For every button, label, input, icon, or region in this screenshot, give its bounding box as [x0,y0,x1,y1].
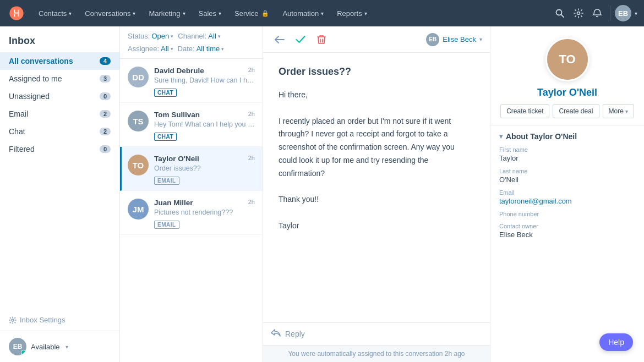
conversation-filters: Status: Open ▾ Channel: All ▾ Assignee: … [120,26,263,59]
settings-button[interactable] [570,5,587,21]
reply-icon [271,328,281,339]
assignee-selector[interactable]: EB Elise Beck ▾ [426,33,482,46]
contact-profile-section: TO Taylor O'Neil Create ticket Create de… [490,26,644,125]
contact-avatar: JM [128,199,149,220]
gear-icon [9,316,17,324]
conversation-content: Taylor O'Neil 2h Order issues?? EMAIL [154,155,255,185]
section-collapse-icon: ▾ [499,133,503,140]
contact-action-buttons: Create ticket Create deal More ▾ [500,104,634,118]
nav-sales[interactable]: Sales ▾ [193,6,227,21]
conversation-content: Tom Sullivan 2h Hey Tom! What can I help… [154,111,255,141]
user-status-bar[interactable]: EB Available ▾ [0,331,119,362]
sidebar: Inbox All conversations 4 Assigned to me… [0,26,120,362]
channel-filter-chevron: ▾ [218,34,221,39]
sidebar-item-unassigned[interactable]: Unassigned 0 [0,87,119,105]
email-body-text: Hi there, I recently placed an order but… [279,89,474,233]
assignee-filter-chevron: ▾ [171,46,173,52]
contact-field-owner: Contact owner Elise Beck [499,223,635,239]
assignee-filter[interactable]: Assignee: All ▾ [128,45,173,53]
sidebar-item-assigned-to-me[interactable]: Assigned to me 3 [0,70,119,87]
status-filter-chevron: ▾ [171,34,173,39]
chevron-down-icon: ▾ [321,10,324,17]
contact-field-email: Email tayloroneil@gmail.com [499,189,635,205]
conversation-list: Status: Open ▾ Channel: All ▾ Assignee: … [120,26,263,362]
sidebar-navigation: All conversations 4 Assigned to me 3 Una… [0,52,119,182]
conversation-content: Juan Miller 2h Pictures not rendering???… [154,199,255,229]
chevron-down-icon: ▾ [364,10,367,17]
conversation-items: DD David Debrule 2h Sure thing, David! H… [120,59,263,362]
sidebar-item-email[interactable]: Email 2 [0,105,119,123]
status-dot-online [21,350,26,355]
auto-assign-note: You were automatically assigned to this … [263,345,490,362]
chevron-down-icon: ▾ [69,10,72,17]
sidebar-item-chat[interactable]: Chat 2 [0,123,119,140]
conversation-item-active[interactable]: TO Taylor O'Neil 2h Order issues?? EMAIL [120,147,263,191]
reply-bar[interactable]: Reply [263,322,490,345]
sidebar-item-all-conversations[interactable]: All conversations 4 [0,52,119,70]
date-filter[interactable]: Date: All time ▾ [178,45,225,53]
lock-icon: 🔒 [261,10,269,17]
help-button[interactable]: Help [599,333,633,351]
user-avatar[interactable]: EB [615,5,631,21]
conversation-item[interactable]: DD David Debrule 2h Sure thing, David! H… [120,59,263,103]
sidebar-item-filtered[interactable]: Filtered 0 [0,140,119,158]
assignee-avatar: EB [426,33,439,46]
resolve-button[interactable] [292,31,309,48]
email-body-content: Order issues?? Hi there, I recently plac… [263,53,490,322]
contact-field-phone: Phone number [499,211,635,217]
chevron-down-icon: ▾ [219,10,221,17]
svg-point-4 [12,319,14,321]
topnav-icon-group: EB ▾ [552,5,637,21]
nav-marketing[interactable]: Marketing ▾ [143,6,190,21]
about-section: ▾ About Taylor O'Neil First name Taylor … [490,125,644,251]
email-header: EB Elise Beck ▾ [263,26,490,53]
more-chevron-icon: ▾ [625,108,628,114]
search-button[interactable] [552,5,568,21]
contact-avatar: DD [128,67,149,87]
app-body: Inbox All conversations 4 Assigned to me… [0,26,644,362]
user-menu-chevron[interactable]: ▾ [635,10,637,17]
nav-reports[interactable]: Reports ▾ [331,6,373,21]
contact-avatar: TO [128,155,149,175]
svg-line-2 [561,14,564,17]
nav-automation[interactable]: Automation ▾ [277,6,329,21]
date-filter-chevron: ▾ [221,46,224,52]
nav-contacts[interactable]: Contacts ▾ [33,6,77,21]
nav-service[interactable]: Service 🔒 [229,6,275,21]
contact-avatar: TS [128,111,149,131]
email-main-content: EB Elise Beck ▾ Order issues?? Hi there,… [263,26,490,362]
chevron-down-icon: ▾ [133,10,135,17]
assignee-chevron-icon: ▾ [479,36,482,42]
more-actions-button[interactable]: More ▾ [603,104,634,118]
nav-divider [610,6,610,21]
status-chevron-icon: ▾ [66,344,68,350]
email-header-actions [271,31,330,48]
contact-profile-name: Taylor O'Neil [537,87,597,98]
inbox-title: Inbox [0,26,119,52]
contact-field-lastname: Last name O'Neil [499,168,635,184]
delete-button[interactable] [313,31,330,48]
top-navigation: Contacts ▾ Conversations ▾ Marketing ▾ S… [0,0,644,26]
contact-details-panel: TO Taylor O'Neil Create ticket Create de… [490,26,644,362]
nav-conversations[interactable]: Conversations ▾ [79,6,141,21]
about-section-header[interactable]: ▾ About Taylor O'Neil [499,132,635,141]
back-button[interactable] [271,31,288,48]
chevron-down-icon: ▾ [183,10,185,17]
svg-point-3 [577,12,580,15]
inbox-settings-link[interactable]: Inbox Settings [0,311,119,331]
notifications-button[interactable] [589,5,605,21]
contact-field-firstname: First name Taylor [499,146,635,162]
conversation-item[interactable]: TS Tom Sullivan 2h Hey Tom! What can I h… [120,103,263,147]
sidebar-user-avatar: EB [9,338,26,355]
email-subject: Order issues?? [279,66,474,78]
status-filter[interactable]: Status: Open ▾ [128,32,173,40]
contact-profile-avatar: TO [545,37,590,81]
conversation-content: David Debrule 2h Sure thing, David! How … [154,67,255,97]
hubspot-logo[interactable] [7,3,26,23]
create-ticket-button[interactable]: Create ticket [500,104,549,118]
channel-filter[interactable]: Channel: All ▾ [178,32,221,40]
conversation-item[interactable]: JM Juan Miller 2h Pictures not rendering… [120,191,263,235]
create-deal-button[interactable]: Create deal [553,104,599,118]
